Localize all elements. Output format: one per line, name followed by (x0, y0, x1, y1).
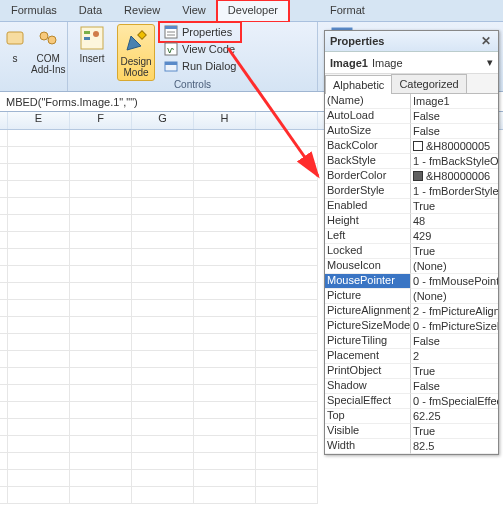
property-value[interactable]: 0 - fmSpecialEffectFlat (411, 394, 498, 409)
property-row[interactable]: PrintObjectTrue (325, 364, 498, 379)
cell[interactable] (132, 300, 194, 317)
cell[interactable] (70, 232, 132, 249)
cell[interactable] (256, 436, 318, 453)
property-value[interactable]: True (411, 364, 498, 379)
cell[interactable] (256, 487, 318, 504)
cell[interactable] (8, 436, 70, 453)
cell[interactable] (8, 215, 70, 232)
cell[interactable] (194, 436, 256, 453)
insert-button[interactable]: Insert (73, 24, 111, 64)
col-header[interactable] (256, 112, 318, 129)
property-row[interactable]: MouseIcon(None) (325, 259, 498, 274)
object-selector[interactable]: Image1 Image ▾ (325, 52, 498, 74)
cell[interactable] (70, 453, 132, 470)
close-icon[interactable]: ✕ (479, 34, 493, 48)
cell[interactable] (70, 385, 132, 402)
cell[interactable] (132, 130, 194, 147)
property-row[interactable]: LockedTrue (325, 244, 498, 259)
cell[interactable] (132, 436, 194, 453)
cell[interactable] (194, 368, 256, 385)
cell[interactable] (194, 317, 256, 334)
tab-view[interactable]: View (171, 0, 217, 21)
view-code-button[interactable]: ⱱ View Code (161, 41, 239, 57)
cell[interactable] (256, 300, 318, 317)
cell[interactable] (132, 181, 194, 198)
property-row[interactable]: BackStyle1 - fmBackStyleOpaque (325, 154, 498, 169)
cell[interactable] (70, 436, 132, 453)
property-value[interactable]: 2 (411, 349, 498, 364)
cell[interactable] (132, 470, 194, 487)
cell[interactable] (194, 130, 256, 147)
com-addins-button[interactable]: COM Add-Ins (31, 24, 65, 75)
design-mode-button[interactable]: Design Mode (117, 24, 155, 81)
cell[interactable] (256, 164, 318, 181)
property-value[interactable]: False (411, 334, 498, 349)
cell[interactable] (194, 147, 256, 164)
tab-format[interactable]: Format (319, 0, 376, 21)
property-value[interactable]: True (411, 424, 498, 439)
cell[interactable] (8, 385, 70, 402)
property-value[interactable]: 62.25 (411, 409, 498, 424)
cell[interactable] (132, 453, 194, 470)
cell[interactable] (132, 147, 194, 164)
property-value[interactable]: &H80000005 (411, 139, 498, 154)
cell[interactable] (132, 317, 194, 334)
tab-alphabetic[interactable]: Alphabetic (325, 75, 392, 94)
cell[interactable] (70, 215, 132, 232)
property-row[interactable]: Placement2 (325, 349, 498, 364)
property-row[interactable]: BackColor&H80000005 (325, 139, 498, 154)
cell[interactable] (194, 385, 256, 402)
cell[interactable] (256, 215, 318, 232)
property-value[interactable]: 0 - fmMousePointerDefault▾ (411, 274, 498, 289)
cell[interactable] (256, 198, 318, 215)
property-value[interactable]: 0 - fmPictureSizeModeClip (411, 319, 498, 334)
cell[interactable] (70, 317, 132, 334)
property-value[interactable]: &H80000006 (411, 169, 498, 184)
cell[interactable] (70, 198, 132, 215)
cell[interactable] (132, 249, 194, 266)
cell[interactable] (8, 334, 70, 351)
cell[interactable] (8, 368, 70, 385)
properties-button[interactable]: Properties (161, 24, 239, 40)
cell[interactable] (70, 419, 132, 436)
cell[interactable] (194, 334, 256, 351)
cell[interactable] (70, 181, 132, 198)
property-row[interactable]: ShadowFalse (325, 379, 498, 394)
property-value[interactable]: False (411, 379, 498, 394)
cell[interactable] (132, 283, 194, 300)
cell[interactable] (70, 470, 132, 487)
cell[interactable] (194, 402, 256, 419)
cell[interactable] (194, 215, 256, 232)
cell[interactable] (256, 249, 318, 266)
cell[interactable] (8, 147, 70, 164)
cell[interactable] (8, 487, 70, 504)
cell[interactable] (132, 198, 194, 215)
property-row[interactable]: Left429 (325, 229, 498, 244)
cell[interactable] (256, 402, 318, 419)
tab-data[interactable]: Data (68, 0, 113, 21)
tab-review[interactable]: Review (113, 0, 171, 21)
property-row[interactable]: Width82.5 (325, 439, 498, 454)
property-value[interactable]: True (411, 244, 498, 259)
properties-titlebar[interactable]: Properties ✕ (325, 31, 498, 52)
cell[interactable] (8, 317, 70, 334)
cell[interactable] (132, 402, 194, 419)
property-value[interactable]: 429 (411, 229, 498, 244)
cell[interactable] (256, 385, 318, 402)
cell[interactable] (8, 164, 70, 181)
cell[interactable] (194, 232, 256, 249)
property-row[interactable]: SpecialEffect0 - fmSpecialEffectFlat (325, 394, 498, 409)
cell[interactable] (256, 470, 318, 487)
cell[interactable] (256, 317, 318, 334)
cell[interactable] (194, 470, 256, 487)
tab-developer[interactable]: Developer (217, 0, 289, 22)
tab-categorized[interactable]: Categorized (391, 74, 466, 93)
property-row[interactable]: AutoLoadFalse (325, 109, 498, 124)
cell[interactable] (70, 249, 132, 266)
property-row[interactable]: PictureTilingFalse (325, 334, 498, 349)
cell[interactable] (70, 300, 132, 317)
cell[interactable] (70, 487, 132, 504)
cell[interactable] (256, 368, 318, 385)
property-value[interactable]: (None) (411, 259, 498, 274)
cell[interactable] (256, 334, 318, 351)
